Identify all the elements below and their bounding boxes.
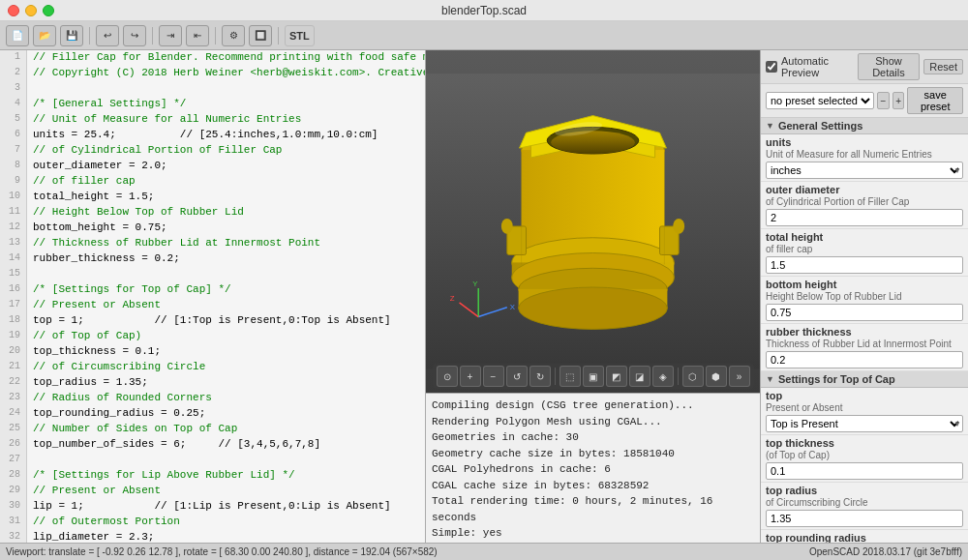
rotate-right-button[interactable]: ↻ — [529, 366, 551, 387]
code-line: 15 — [0, 267, 425, 282]
zoom-out-button[interactable]: − — [483, 366, 504, 387]
line-number: 27 — [0, 453, 27, 468]
export-button[interactable]: ⬢ — [706, 366, 727, 387]
code-line: 17// Present or Absent — [0, 298, 425, 313]
rp-param-units: unitsUnit of Measure for all Numeric Ent… — [761, 134, 968, 182]
line-content: /* [General Settings] */ — [27, 97, 186, 112]
settings-button[interactable]: ⚙ — [222, 25, 245, 46]
right-panel: Automatic Preview Show Details Reset no … — [760, 50, 968, 543]
code-line: 32lip_diameter = 2.3; — [0, 530, 425, 543]
svg-point-19 — [519, 287, 668, 329]
line-content: rubber_thickness = 0.2; — [27, 251, 180, 267]
line-content: // Height Below Top of Rubber Lid — [27, 205, 244, 221]
view-button[interactable]: 🔲 — [249, 25, 272, 46]
line-content: // of Top of Cap) — [27, 329, 141, 344]
minimize-button[interactable] — [25, 5, 37, 16]
line-number: 12 — [0, 221, 27, 236]
3d-viewport[interactable]: X Y Z — [426, 50, 760, 393]
svg-point-23 — [673, 219, 684, 234]
preset-next-button[interactable]: + — [892, 92, 905, 109]
line-content: /* [Settings for Top of Cap] */ — [27, 282, 231, 298]
code-line: 18top = 1; // [1:Top is Present,0:Top is… — [0, 313, 425, 329]
rotate-left-button[interactable]: ↺ — [506, 366, 528, 387]
code-editor[interactable]: 1// Filler Cap for Blender. Recommend pr… — [0, 50, 426, 543]
code-line: 10total_height = 1.5; — [0, 190, 425, 205]
code-line: 1// Filler Cap for Blender. Recommend pr… — [0, 50, 425, 66]
show-details-button[interactable]: Show Details — [858, 53, 921, 80]
line-number: 31 — [0, 515, 27, 530]
code-line: 3 — [0, 81, 425, 97]
open-button[interactable]: 📂 — [33, 25, 56, 46]
preset-prev-button[interactable]: − — [877, 92, 890, 109]
redo-button[interactable]: ↪ — [123, 25, 146, 46]
indent-button[interactable]: ⇥ — [159, 25, 182, 46]
param-select-top[interactable]: Top is Present — [766, 415, 963, 432]
auto-preview-checkbox[interactable] — [766, 61, 777, 73]
param-name-top_radius: top radius — [766, 485, 963, 496]
line-content: top_number_of_sides = 6; // [3,4,5,6,7,8… — [27, 437, 320, 453]
line-number: 26 — [0, 437, 27, 453]
new-button[interactable]: 📄 — [6, 25, 29, 46]
rp-params-scroll[interactable]: ▼General SettingsunitsUnit of Measure fo… — [761, 118, 968, 543]
param-input-top_thickness[interactable] — [766, 462, 963, 480]
view-persp-button[interactable]: ◈ — [652, 366, 674, 387]
save-preset-button[interactable]: save preset — [907, 87, 963, 114]
param-name-units: units — [766, 136, 963, 148]
rp-section-header-0[interactable]: ▼General Settings — [761, 118, 968, 134]
line-number: 8 — [0, 159, 27, 174]
line-number: 32 — [0, 530, 27, 543]
param-input-rubber_thickness[interactable] — [766, 351, 963, 368]
center-panel: X Y Z — [426, 50, 760, 543]
toolbar-sep-1 — [89, 27, 90, 44]
param-desc-top_thickness: (of Top of Cap) — [766, 450, 963, 460]
rp-section-header-1[interactable]: ▼Settings for Top of Cap — [761, 371, 968, 388]
code-line: 8outer_diameter = 2.0; — [0, 159, 425, 174]
vp-sep-1 — [555, 368, 556, 385]
view-side-button[interactable]: ◪ — [629, 366, 650, 387]
code-line: 5// Unit of Measure for all Numeric Entr… — [0, 112, 425, 128]
svg-text:Y: Y — [472, 280, 478, 288]
code-line: 12bottom_height = 0.75; — [0, 221, 425, 236]
rp-param-top_thickness: top thickness(of Top of Cap) — [761, 435, 968, 483]
svg-text:X: X — [510, 303, 516, 311]
param-input-total_height[interactable] — [766, 256, 963, 274]
traffic-lights — [8, 5, 54, 16]
statusbar: Viewport: translate = [ -0.92 0.26 12.78… — [0, 543, 968, 560]
render-button[interactable]: ⬡ — [682, 366, 704, 387]
line-number: 14 — [0, 251, 27, 267]
viewport-toolbar: ⊙ + − ↺ ↻ ⬚ ▣ ◩ ◪ ◈ ⬡ ⬢ » — [433, 364, 754, 389]
console-line: CGAL cache size in bytes: 68328592 — [432, 478, 754, 494]
param-name-top_rounding_radius: top rounding radius — [766, 532, 963, 543]
param-desc-top_radius: of Circumscribing Circle — [766, 497, 963, 508]
unindent-button[interactable]: ⇤ — [186, 25, 209, 46]
zoom-in-button[interactable]: + — [460, 366, 481, 387]
param-input-outer_diameter[interactable] — [766, 209, 963, 226]
save-button[interactable]: 💾 — [60, 25, 83, 46]
param-desc-total_height: of filler cap — [766, 244, 963, 254]
line-number: 10 — [0, 190, 27, 205]
param-select-units[interactable]: inches — [766, 162, 963, 179]
undo-button[interactable]: ↩ — [96, 25, 119, 46]
preset-select[interactable]: no preset selected — [766, 92, 874, 109]
section-title: General Settings — [778, 120, 862, 132]
line-content: units = 25.4; // [25.4:inches,1.0:mm,10.… — [27, 128, 378, 143]
view-top-button[interactable]: ▣ — [583, 366, 604, 387]
line-content: bottom_height = 0.75; — [27, 221, 167, 236]
close-button[interactable] — [8, 5, 19, 16]
maximize-button[interactable] — [43, 5, 54, 16]
line-number: 13 — [0, 236, 27, 251]
line-number: 22 — [0, 375, 27, 391]
view-front-button[interactable]: ◩ — [606, 366, 627, 387]
param-input-top_radius[interactable] — [766, 510, 963, 527]
zoom-fit-button[interactable]: ⊙ — [437, 366, 458, 387]
more-button[interactable]: » — [729, 366, 750, 387]
svg-text:Z: Z — [450, 294, 455, 303]
reset-button[interactable]: Reset — [923, 59, 963, 74]
line-content: outer_diameter = 2.0; — [27, 159, 167, 174]
line-number: 17 — [0, 298, 27, 313]
code-line: 30lip = 1; // [1:Lip is Present,0:Lip is… — [0, 499, 425, 515]
param-input-bottom_height[interactable] — [766, 304, 963, 321]
line-content — [27, 81, 33, 97]
view-cube-button[interactable]: ⬚ — [560, 366, 581, 387]
line-number: 30 — [0, 499, 27, 515]
